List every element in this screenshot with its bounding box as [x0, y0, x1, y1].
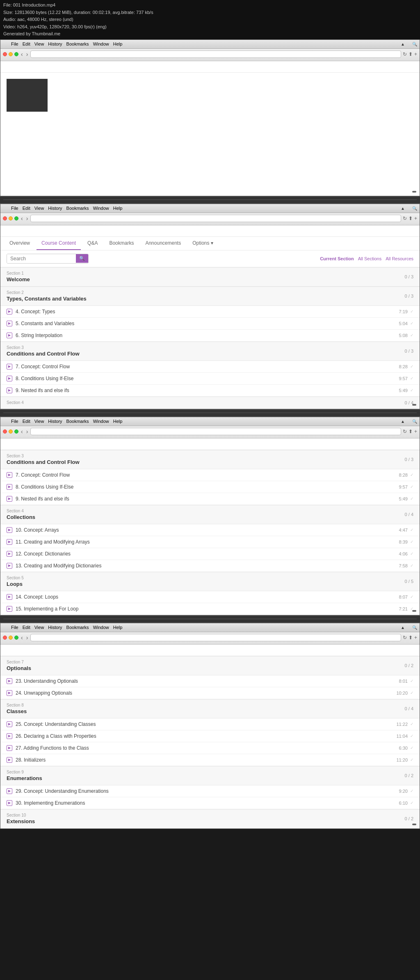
maximize-button-4[interactable]	[14, 636, 18, 640]
lesson-row[interactable]: ▶ 8. Conditions Using If-Else 9:57 ✓	[0, 373, 420, 385]
tab-options[interactable]: Options ▾	[187, 237, 218, 250]
menu-window[interactable]: Window	[93, 41, 109, 46]
menu-edit[interactable]: Edit	[23, 41, 30, 46]
search-icon-menu[interactable]: 🔍	[412, 42, 417, 46]
tab-overview[interactable]: Overview	[5, 237, 35, 250]
lesson-row[interactable]: ▶ 8. Conditions Using If-Else 9:57 ✓	[0, 481, 420, 493]
lesson-row[interactable]: ▶ 30. Implementing Enumerations 6:10 ✓	[0, 797, 420, 809]
url-bar-3[interactable]	[30, 428, 401, 435]
url-bar-2[interactable]	[30, 215, 401, 222]
close-button-4[interactable]	[3, 636, 7, 640]
menu-file-4[interactable]: File	[11, 625, 18, 630]
menu-bookmarks[interactable]: Bookmarks	[66, 41, 89, 46]
refresh-icon-3[interactable]: ↻	[403, 429, 407, 434]
lesson-row[interactable]: ▶ 6. String Interpolation 5:08 ✓	[0, 330, 420, 342]
menu-bookmarks-4[interactable]: Bookmarks	[66, 625, 89, 630]
filter-current-section[interactable]: Current Section	[320, 256, 354, 261]
menu-window-3[interactable]: Window	[93, 419, 109, 424]
lesson-row[interactable]: ▶ 29. Concept: Understanding Enumeration…	[0, 785, 420, 797]
menu-file[interactable]: File	[11, 41, 18, 46]
search-icon-menu-4[interactable]: 🔍	[412, 625, 417, 630]
lesson-row[interactable]: ▶ 7. Concept: Control Flow 8:28 ✓	[0, 361, 420, 373]
menu-help-2[interactable]: Help	[113, 206, 123, 211]
search-button[interactable]: 🔍	[76, 254, 88, 263]
refresh-icon-4[interactable]: ↻	[403, 635, 407, 640]
back-button-3[interactable]: ‹	[20, 428, 24, 435]
search-icon-menu-3[interactable]: 🔍	[412, 419, 417, 424]
menu-view-4[interactable]: View	[34, 625, 44, 630]
lesson-row[interactable]: ▶ 9. Nested ifs and else ifs 5:49 ✓	[0, 385, 420, 397]
share-icon-2[interactable]: ⬆	[409, 216, 413, 221]
lesson-row[interactable]: ▶ 7. Concept: Control Flow 8:28 ✓	[0, 469, 420, 481]
menu-edit-3[interactable]: Edit	[23, 419, 30, 424]
lesson-row[interactable]: ▶ 14. Concept: Loops 8:07 ✓	[0, 591, 420, 603]
menu-help-4[interactable]: Help	[113, 625, 123, 630]
tab-bookmarks[interactable]: Bookmarks	[104, 237, 139, 250]
refresh-icon-2[interactable]: ↻	[403, 216, 407, 221]
menu-bookmarks-2[interactable]: Bookmarks	[66, 206, 89, 211]
lesson-row[interactable]: ▶ 15. Implementing a For Loop 7:21 ✓	[0, 603, 420, 615]
back-button[interactable]: ‹	[20, 51, 24, 57]
share-icon-3[interactable]: ⬆	[409, 429, 413, 434]
menu-view-3[interactable]: View	[34, 419, 44, 424]
menu-file-3[interactable]: File	[11, 419, 18, 424]
minimize-button-3[interactable]	[9, 429, 13, 434]
url-bar-1[interactable]	[30, 50, 401, 58]
minimize-button-4[interactable]	[9, 636, 13, 640]
lesson-row[interactable]: ▶ 24. Unwrapping Optionals 10:20 ✓	[0, 687, 420, 699]
url-bar-4[interactable]	[30, 634, 401, 641]
lesson-row[interactable]: ▶ 25. Concept: Understanding Classes 11:…	[0, 718, 420, 730]
forward-button-3[interactable]: ›	[25, 428, 29, 435]
menu-history-4[interactable]: History	[48, 625, 62, 630]
back-button-4[interactable]: ‹	[20, 634, 24, 641]
menu-history-3[interactable]: History	[48, 419, 62, 424]
minimize-button[interactable]	[9, 52, 13, 56]
maximize-button[interactable]	[14, 52, 18, 56]
tab-course-content[interactable]: Course Content	[37, 237, 81, 250]
menu-window-4[interactable]: Window	[93, 625, 109, 630]
filter-all-sections[interactable]: All Sections	[358, 256, 381, 261]
menu-help[interactable]: Help	[113, 41, 123, 46]
tab-announcements[interactable]: Announcements	[140, 237, 186, 250]
lesson-row[interactable]: ▶ 9. Nested ifs and else ifs 5:49 ✓	[0, 493, 420, 505]
forward-button[interactable]: ›	[25, 51, 29, 57]
lesson-row[interactable]: ▶ 10. Concept: Arrays 4:47 ✓	[0, 524, 420, 536]
menu-help-3[interactable]: Help	[113, 419, 123, 424]
lesson-row[interactable]: ▶ 13. Creating and Modifying Dictionarie…	[0, 560, 420, 572]
lesson-row[interactable]: ▶ 12. Concept: Dictionaries 4:06 ✓	[0, 548, 420, 560]
menu-history-2[interactable]: History	[48, 206, 62, 211]
forward-button-2[interactable]: ›	[25, 215, 29, 222]
close-button[interactable]	[3, 52, 7, 56]
forward-button-4[interactable]: ›	[25, 634, 29, 641]
menu-edit-4[interactable]: Edit	[23, 625, 30, 630]
menu-view-2[interactable]: View	[34, 206, 44, 211]
lesson-row[interactable]: ▶ 28. Initializers 11:20 ✓	[0, 754, 420, 766]
filter-all-resources[interactable]: All Resources	[386, 256, 413, 261]
tab-qa[interactable]: Q&A	[82, 237, 103, 250]
menu-edit-2[interactable]: Edit	[23, 206, 30, 211]
maximize-button-3[interactable]	[14, 429, 18, 434]
search-input[interactable]	[7, 254, 76, 263]
share-icon[interactable]: ⬆	[409, 51, 413, 57]
lesson-row[interactable]: ▶ 4. Concept: Types 7:19 ✓	[0, 306, 420, 318]
plus-icon-3[interactable]: +	[414, 429, 417, 434]
share-icon-4[interactable]: ⬆	[409, 635, 413, 640]
minimize-button-2[interactable]	[9, 216, 13, 220]
close-button-3[interactable]	[3, 429, 7, 434]
plus-icon-2[interactable]: +	[414, 216, 417, 221]
back-button-2[interactable]: ‹	[20, 215, 24, 222]
menu-view[interactable]: View	[34, 41, 44, 46]
plus-icon-4[interactable]: +	[414, 635, 417, 640]
lesson-row[interactable]: ▶ 23. Understanding Optionals 8:01 ✓	[0, 675, 420, 687]
search-icon-menu-2[interactable]: 🔍	[412, 206, 417, 211]
menu-file-2[interactable]: File	[11, 206, 18, 211]
lesson-row[interactable]: ▶ 26. Declaring a Class with Properties …	[0, 730, 420, 742]
lesson-row[interactable]: ▶ 11. Creating and Modifying Arrays 8:39…	[0, 536, 420, 548]
refresh-icon[interactable]: ↻	[403, 51, 407, 57]
lesson-row[interactable]: ▶ 27. Adding Functions to the Class 6:30…	[0, 742, 420, 754]
plus-icon[interactable]: +	[414, 51, 417, 57]
lesson-row[interactable]: ▶ 5. Constants and Variables 5:04 ✓	[0, 318, 420, 330]
menu-history[interactable]: History	[48, 41, 62, 46]
menu-window-2[interactable]: Window	[93, 206, 109, 211]
maximize-button-2[interactable]	[14, 216, 18, 220]
